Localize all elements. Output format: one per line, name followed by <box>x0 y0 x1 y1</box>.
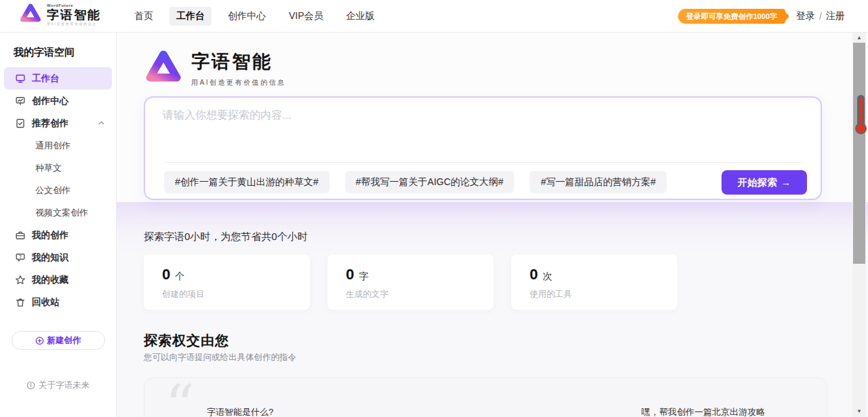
hero-brand-tagline: 用AI创造更有价值的信息 <box>191 78 285 87</box>
explore-section-title: 探索权交由您 <box>144 332 229 350</box>
svg-text:?: ? <box>19 254 22 258</box>
sidebar-subitem-general-creation[interactable]: 通用创作 <box>0 134 116 157</box>
sidebar: 我的字语空间 工作台 创作中心 推荐创作 通用创作 种草文 公文创作 视频文案创… <box>0 33 117 417</box>
sidebar-item-creation-center[interactable]: 创作中心 <box>0 90 116 112</box>
stat-label: 创建的项目 <box>162 289 292 300</box>
thermometer-icon <box>855 95 867 134</box>
stat-value: 0 <box>530 266 538 283</box>
sidebar-item-label: 创作中心 <box>32 95 68 107</box>
main-content: 字语智能 用AI创造更有价值的信息 #创作一篇关于黄山出游的种草文# #帮我写一… <box>117 33 868 417</box>
scroll-up-arrow-icon[interactable]: ▲ <box>852 34 866 42</box>
hero-brand: 字语智能 用AI创造更有价值的信息 <box>144 49 285 87</box>
sidebar-title: 我的字语空间 <box>14 46 116 59</box>
explore-section-subtitle: 您可以向字语提问或给出具体创作的指令 <box>144 352 296 363</box>
start-explore-button[interactable]: 开始探索 → <box>722 170 807 195</box>
stat-value: 0 <box>162 266 170 283</box>
sidebar-item-my-creations[interactable]: 我的创作 <box>0 224 116 246</box>
chat-question-icon: ? <box>15 252 26 263</box>
sidebar-item-recycle-bin[interactable]: 回收站 <box>0 291 116 313</box>
stat-label: 使用的工具 <box>530 289 659 300</box>
trash-icon <box>15 297 26 308</box>
register-link[interactable]: 注册 <box>826 10 845 22</box>
sidebar-item-label: 工作台 <box>32 73 60 85</box>
sidebar-item-label: 我的收藏 <box>32 274 68 286</box>
quote-icon: “ <box>165 384 195 417</box>
about-label: 关于字语未来 <box>39 380 90 391</box>
new-creation-label: 新建创作 <box>47 335 81 346</box>
start-explore-label: 开始探索 <box>738 176 777 189</box>
example-prompt: 嘿，帮我创作一篇北京出游攻略 <box>642 406 765 417</box>
nav-workbench[interactable]: 工作台 <box>170 7 212 26</box>
monitor-chart-icon <box>15 96 26 106</box>
suggestion-chip-aigc[interactable]: #帮我写一篇关于AIGC的论文大纲# <box>345 171 515 193</box>
document-check-icon <box>15 118 26 129</box>
stats-summary: 探索字语0小时，为您节省共0个小时 <box>144 231 308 243</box>
stat-value: 0 <box>346 266 354 283</box>
new-creation-button[interactable]: 新建创作 <box>12 331 105 350</box>
brand-triangle-icon <box>19 3 42 26</box>
stat-unit: 次 <box>542 271 552 283</box>
sidebar-subitem-seeding-article[interactable]: 种草文 <box>0 157 116 179</box>
sidebar-subitem-video-script[interactable]: 视频文案创作 <box>0 201 116 224</box>
scrollbar-thumb[interactable] <box>853 43 865 264</box>
chevron-up-icon[interactable] <box>98 119 105 127</box>
arrow-right-icon: → <box>781 177 791 188</box>
brand-tagline-small: 用AI创造更有价值的信息 <box>47 22 101 26</box>
stat-label: 生成的文字 <box>346 289 475 300</box>
brand-name-en: WordFuture <box>47 3 101 7</box>
sidebar-item-workbench[interactable]: 工作台 <box>4 67 112 90</box>
suggestion-chip-dessert[interactable]: #写一篇甜品店的营销方案# <box>530 171 667 193</box>
nav-creation-center[interactable]: 创作中心 <box>221 7 273 26</box>
sidebar-item-label: 回收站 <box>32 296 60 309</box>
suggestion-chip-huangshan[interactable]: #创作一篇关于黄山出游的种草文# <box>164 171 330 193</box>
example-question: 字语智能是什么? <box>207 406 273 417</box>
vertical-scrollbar[interactable]: ▲ ▼ <box>852 33 866 417</box>
header-right: 登录即可享免费创作1000字 登录 / 注册 <box>678 0 845 33</box>
briefcase-icon <box>15 230 26 241</box>
stat-card-tools: 0 次 使用的工具 <box>511 254 677 310</box>
brand-name-zh: 字语智能 <box>47 9 101 21</box>
header: WordFuture 字语智能 用AI创造更有价值的信息 首页 工作台 创作中心… <box>0 0 868 33</box>
search-divider <box>164 162 802 163</box>
scroll-down-arrow-icon[interactable]: ▼ <box>852 408 866 416</box>
login-link[interactable]: 登录 <box>796 10 815 22</box>
plus-circle-icon <box>35 336 44 345</box>
sidebar-item-label: 我的创作 <box>32 229 68 241</box>
auth-separator: / <box>819 11 822 22</box>
about-link[interactable]: 关于字语未来 <box>0 380 116 391</box>
search-input[interactable] <box>163 108 651 151</box>
stat-unit: 个 <box>175 271 184 283</box>
main-nav: 首页 工作台 创作中心 VIP会员 企业版 <box>127 0 382 33</box>
sidebar-item-my-knowledge[interactable]: ? 我的知识 <box>0 246 116 269</box>
sidebar-item-label: 推荐创作 <box>32 117 68 130</box>
example-dialog-card: “ 字语智能是什么? 嘿，帮我创作一篇北京出游攻略 <box>144 377 827 417</box>
header-logo[interactable]: WordFuture 字语智能 用AI创造更有价值的信息 <box>19 3 101 26</box>
gradient-band <box>117 202 868 255</box>
sidebar-subitem-official-doc[interactable]: 公文创作 <box>0 179 116 201</box>
stat-card-projects: 0 个 创建的项目 <box>144 254 310 310</box>
stat-card-words: 0 字 生成的文字 <box>328 254 494 310</box>
sidebar-item-recommended[interactable]: 推荐创作 <box>0 112 116 134</box>
info-circle-icon <box>26 381 35 390</box>
login-promo-badge[interactable]: 登录即可享免费创作1000字 <box>678 9 785 24</box>
nav-vip[interactable]: VIP会员 <box>282 7 330 26</box>
stat-cards: 0 个 创建的项目 0 字 生成的文字 0 次 使用的工具 <box>144 254 677 310</box>
nav-home[interactable]: 首页 <box>127 7 160 26</box>
star-icon <box>15 275 26 285</box>
sidebar-item-label: 我的知识 <box>32 252 68 264</box>
stat-unit: 字 <box>359 271 368 283</box>
hero-brand-title: 字语智能 <box>191 49 285 74</box>
brand-triangle-icon-large <box>144 49 183 87</box>
sidebar-item-my-favorites[interactable]: 我的收藏 <box>0 269 116 291</box>
nav-enterprise[interactable]: 企业版 <box>340 7 382 26</box>
suggestion-chips: #创作一篇关于黄山出游的种草文# #帮我写一篇关于AIGC的论文大纲# #写一篇… <box>164 171 667 193</box>
search-card: #创作一篇关于黄山出游的种草文# #帮我写一篇关于AIGC的论文大纲# #写一篇… <box>144 96 822 200</box>
monitor-icon <box>15 73 26 84</box>
